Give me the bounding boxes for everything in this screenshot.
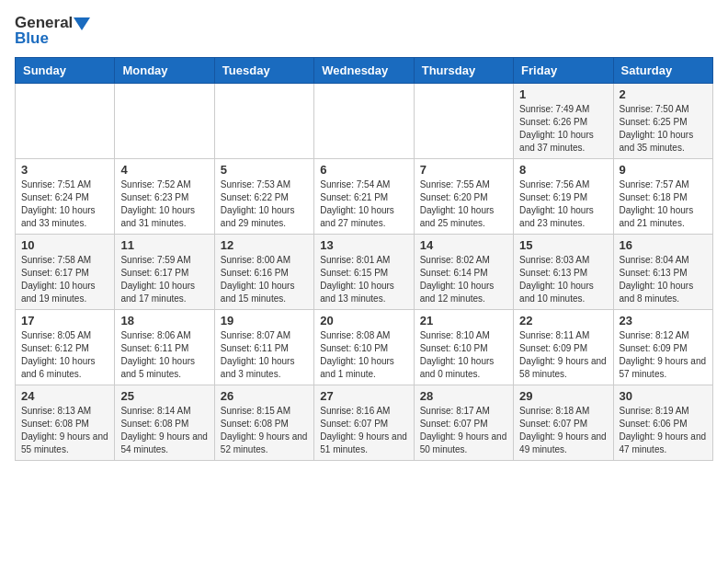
day-info: Sunrise: 8:07 AM Sunset: 6:11 PM Dayligh… bbox=[221, 329, 308, 381]
day-number: 7 bbox=[420, 163, 507, 177]
day-info: Sunrise: 7:49 AM Sunset: 6:26 PM Dayligh… bbox=[519, 103, 607, 155]
calendar-week-row: 1Sunrise: 7:49 AM Sunset: 6:26 PM Daylig… bbox=[16, 84, 713, 159]
calendar-cell: 1Sunrise: 7:49 AM Sunset: 6:26 PM Daylig… bbox=[514, 84, 613, 159]
calendar-cell: 3Sunrise: 7:51 AM Sunset: 6:24 PM Daylig… bbox=[16, 159, 115, 235]
calendar-cell: 4Sunrise: 7:52 AM Sunset: 6:23 PM Daylig… bbox=[115, 159, 214, 235]
day-header-friday: Friday bbox=[514, 58, 613, 84]
calendar-cell: 26Sunrise: 8:15 AM Sunset: 6:08 PM Dayli… bbox=[214, 385, 313, 461]
day-info: Sunrise: 7:55 AM Sunset: 6:20 PM Dayligh… bbox=[420, 178, 507, 230]
day-header-tuesday: Tuesday bbox=[214, 58, 313, 84]
calendar-cell: 8Sunrise: 7:56 AM Sunset: 6:19 PM Daylig… bbox=[514, 159, 613, 235]
calendar-cell bbox=[414, 84, 513, 159]
day-info: Sunrise: 8:12 AM Sunset: 6:09 PM Dayligh… bbox=[620, 329, 707, 381]
calendar-cell: 28Sunrise: 8:17 AM Sunset: 6:07 PM Dayli… bbox=[414, 385, 513, 461]
calendar-cell: 30Sunrise: 8:19 AM Sunset: 6:06 PM Dayli… bbox=[613, 385, 712, 461]
calendar-cell: 22Sunrise: 8:11 AM Sunset: 6:09 PM Dayli… bbox=[514, 310, 613, 385]
day-number: 2 bbox=[620, 87, 707, 101]
day-number: 4 bbox=[120, 163, 208, 177]
day-info: Sunrise: 8:03 AM Sunset: 6:13 PM Dayligh… bbox=[519, 254, 607, 305]
calendar-cell: 15Sunrise: 8:03 AM Sunset: 6:13 PM Dayli… bbox=[514, 235, 613, 310]
day-info: Sunrise: 8:10 AM Sunset: 6:10 PM Dayligh… bbox=[420, 329, 507, 381]
day-number: 24 bbox=[21, 389, 108, 403]
day-number: 8 bbox=[519, 163, 607, 177]
day-info: Sunrise: 8:11 AM Sunset: 6:09 PM Dayligh… bbox=[519, 329, 607, 381]
calendar-cell: 12Sunrise: 8:00 AM Sunset: 6:16 PM Dayli… bbox=[214, 235, 313, 310]
calendar-cell: 19Sunrise: 8:07 AM Sunset: 6:11 PM Dayli… bbox=[214, 310, 313, 385]
day-number: 12 bbox=[221, 238, 308, 252]
calendar-cell: 27Sunrise: 8:16 AM Sunset: 6:07 PM Dayli… bbox=[314, 385, 414, 461]
day-info: Sunrise: 8:18 AM Sunset: 6:07 PM Dayligh… bbox=[519, 405, 607, 456]
day-info: Sunrise: 8:00 AM Sunset: 6:16 PM Dayligh… bbox=[221, 254, 308, 305]
day-info: Sunrise: 8:16 AM Sunset: 6:07 PM Dayligh… bbox=[320, 405, 407, 456]
calendar-cell: 10Sunrise: 7:58 AM Sunset: 6:17 PM Dayli… bbox=[16, 235, 115, 310]
logo: General Blue bbox=[15, 15, 90, 46]
day-info: Sunrise: 7:50 AM Sunset: 6:25 PM Dayligh… bbox=[620, 103, 707, 155]
calendar-cell: 18Sunrise: 8:06 AM Sunset: 6:11 PM Dayli… bbox=[115, 310, 214, 385]
day-number: 19 bbox=[221, 314, 308, 327]
day-info: Sunrise: 8:01 AM Sunset: 6:15 PM Dayligh… bbox=[320, 254, 407, 305]
day-number: 9 bbox=[620, 163, 707, 177]
calendar-cell bbox=[115, 84, 214, 159]
day-number: 11 bbox=[120, 238, 208, 252]
calendar-cell: 24Sunrise: 8:13 AM Sunset: 6:08 PM Dayli… bbox=[16, 385, 115, 461]
calendar-cell: 23Sunrise: 8:12 AM Sunset: 6:09 PM Dayli… bbox=[613, 310, 712, 385]
day-number: 27 bbox=[320, 389, 407, 403]
svg-marker-0 bbox=[74, 17, 90, 30]
day-info: Sunrise: 8:04 AM Sunset: 6:13 PM Dayligh… bbox=[620, 254, 707, 305]
day-info: Sunrise: 8:14 AM Sunset: 6:08 PM Dayligh… bbox=[120, 405, 208, 456]
calendar-cell: 5Sunrise: 7:53 AM Sunset: 6:22 PM Daylig… bbox=[214, 159, 313, 235]
day-info: Sunrise: 7:58 AM Sunset: 6:17 PM Dayligh… bbox=[21, 254, 108, 305]
calendar-cell: 2Sunrise: 7:50 AM Sunset: 6:25 PM Daylig… bbox=[613, 84, 712, 159]
day-header-monday: Monday bbox=[115, 58, 214, 84]
day-number: 14 bbox=[420, 238, 507, 252]
calendar-cell: 25Sunrise: 8:14 AM Sunset: 6:08 PM Dayli… bbox=[115, 385, 214, 461]
calendar-cell: 9Sunrise: 7:57 AM Sunset: 6:18 PM Daylig… bbox=[613, 159, 712, 235]
day-number: 23 bbox=[620, 314, 707, 327]
day-number: 26 bbox=[221, 389, 308, 403]
calendar-header-row: SundayMondayTuesdayWednesdayThursdayFrid… bbox=[16, 58, 713, 84]
calendar-table: SundayMondayTuesdayWednesdayThursdayFrid… bbox=[15, 57, 713, 461]
day-info: Sunrise: 8:08 AM Sunset: 6:10 PM Dayligh… bbox=[320, 329, 407, 381]
day-info: Sunrise: 8:13 AM Sunset: 6:08 PM Dayligh… bbox=[21, 405, 108, 456]
day-header-wednesday: Wednesday bbox=[314, 58, 414, 84]
calendar-cell: 7Sunrise: 7:55 AM Sunset: 6:20 PM Daylig… bbox=[414, 159, 513, 235]
day-info: Sunrise: 7:53 AM Sunset: 6:22 PM Dayligh… bbox=[221, 178, 308, 230]
day-info: Sunrise: 8:05 AM Sunset: 6:12 PM Dayligh… bbox=[21, 329, 108, 381]
day-number: 17 bbox=[21, 314, 108, 327]
calendar-week-row: 10Sunrise: 7:58 AM Sunset: 6:17 PM Dayli… bbox=[16, 235, 713, 310]
calendar-cell: 11Sunrise: 7:59 AM Sunset: 6:17 PM Dayli… bbox=[115, 235, 214, 310]
day-header-saturday: Saturday bbox=[613, 58, 712, 84]
calendar-week-row: 17Sunrise: 8:05 AM Sunset: 6:12 PM Dayli… bbox=[16, 310, 713, 385]
calendar-week-row: 3Sunrise: 7:51 AM Sunset: 6:24 PM Daylig… bbox=[16, 159, 713, 235]
day-number: 10 bbox=[21, 238, 108, 252]
page-header: General Blue bbox=[15, 15, 713, 46]
day-info: Sunrise: 7:59 AM Sunset: 6:17 PM Dayligh… bbox=[120, 254, 208, 305]
day-number: 6 bbox=[320, 163, 407, 177]
day-number: 13 bbox=[320, 238, 407, 252]
day-info: Sunrise: 7:51 AM Sunset: 6:24 PM Dayligh… bbox=[21, 178, 108, 230]
calendar-cell: 13Sunrise: 8:01 AM Sunset: 6:15 PM Dayli… bbox=[314, 235, 414, 310]
day-number: 18 bbox=[120, 314, 208, 327]
day-header-sunday: Sunday bbox=[16, 58, 115, 84]
day-number: 20 bbox=[320, 314, 407, 327]
calendar-cell: 20Sunrise: 8:08 AM Sunset: 6:10 PM Dayli… bbox=[314, 310, 414, 385]
day-number: 3 bbox=[21, 163, 108, 177]
day-number: 21 bbox=[420, 314, 507, 327]
day-header-thursday: Thursday bbox=[414, 58, 513, 84]
calendar-cell bbox=[214, 84, 313, 159]
day-number: 5 bbox=[221, 163, 308, 177]
calendar-cell bbox=[16, 84, 115, 159]
calendar-cell: 16Sunrise: 8:04 AM Sunset: 6:13 PM Dayli… bbox=[613, 235, 712, 310]
calendar-cell: 21Sunrise: 8:10 AM Sunset: 6:10 PM Dayli… bbox=[414, 310, 513, 385]
day-number: 25 bbox=[120, 389, 208, 403]
calendar-cell: 29Sunrise: 8:18 AM Sunset: 6:07 PM Dayli… bbox=[514, 385, 613, 461]
day-info: Sunrise: 8:17 AM Sunset: 6:07 PM Dayligh… bbox=[420, 405, 507, 456]
day-info: Sunrise: 7:57 AM Sunset: 6:18 PM Dayligh… bbox=[620, 178, 707, 230]
day-info: Sunrise: 8:15 AM Sunset: 6:08 PM Dayligh… bbox=[221, 405, 308, 456]
calendar-cell: 14Sunrise: 8:02 AM Sunset: 6:14 PM Dayli… bbox=[414, 235, 513, 310]
calendar-week-row: 24Sunrise: 8:13 AM Sunset: 6:08 PM Dayli… bbox=[16, 385, 713, 461]
day-info: Sunrise: 7:56 AM Sunset: 6:19 PM Dayligh… bbox=[519, 178, 607, 230]
day-info: Sunrise: 8:06 AM Sunset: 6:11 PM Dayligh… bbox=[120, 329, 208, 381]
day-number: 1 bbox=[519, 87, 607, 101]
day-number: 15 bbox=[519, 238, 607, 252]
